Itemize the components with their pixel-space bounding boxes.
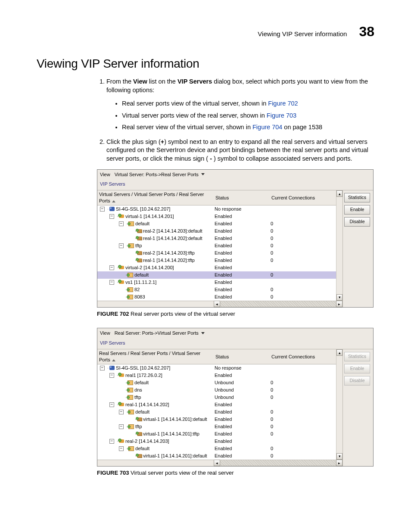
col-status[interactable]: Status	[214, 349, 270, 364]
statistics-button[interactable]: Statistics	[344, 193, 370, 202]
disable-button[interactable]: Disable	[344, 376, 370, 386]
table-row[interactable]: ·real-2 [14.14.14.203]:tftpEnabled0	[97, 249, 336, 257]
collapse-icon[interactable]: −	[109, 280, 114, 285]
col-connections[interactable]: Current Connections	[270, 190, 336, 205]
collapse-icon[interactable]: −	[119, 424, 124, 429]
horizontal-scrollbar[interactable]: ◂ ▸	[97, 460, 342, 466]
collapse-icon[interactable]: −	[100, 207, 105, 212]
table-row[interactable]: ·tftpUnbound0	[97, 394, 336, 401]
scroll-down-icon[interactable]: ▾	[336, 294, 342, 301]
table-row[interactable]: ·real-1 [14.14.14.202]:tftpEnabled0	[97, 257, 336, 264]
bullet-3: Real server view of the virtual server, …	[122, 123, 374, 132]
row-label: real-2 [14.14.14.203]:default	[143, 228, 202, 234]
collapse-icon[interactable]: −	[119, 243, 124, 248]
scroll-left-icon[interactable]: ◂	[214, 460, 220, 466]
table-row[interactable]: −·defaultEnabled0	[97, 408, 336, 416]
table-row[interactable]: −·defaultEnabled0	[97, 220, 336, 227]
link-figure-702[interactable]: Figure 702	[268, 100, 298, 107]
link-figure-704[interactable]: Figure 704	[252, 124, 282, 131]
row-status: Enabled	[214, 271, 270, 279]
scroll-up-icon[interactable]: ▴	[336, 349, 342, 356]
vs-icon	[119, 403, 124, 406]
table-row[interactable]: −·real1 [172.26.0.2]Enabled	[97, 372, 336, 379]
collapse-icon[interactable]: −	[119, 410, 124, 414]
table-row[interactable]: ·defaultUnbound0	[97, 379, 336, 386]
table-row[interactable]: ·virtual-1 [14.14.14.201]:tftpEnabled0	[97, 430, 336, 438]
step-2: Click the plus sign (+) symbol next to a…	[106, 138, 374, 163]
row-label: default	[134, 380, 149, 386]
row-connections	[270, 205, 336, 213]
row-status: No response	[214, 364, 270, 372]
collapse-icon[interactable]: −	[119, 446, 124, 451]
row-connections	[270, 372, 336, 379]
table-row[interactable]: ·8083Enabled0	[97, 293, 336, 301]
collapse-icon[interactable]: −	[119, 221, 124, 226]
horizontal-scrollbar[interactable]: ◂ ▸	[97, 301, 342, 307]
row-status: Enabled	[214, 249, 270, 257]
table-row[interactable]: ·dnsUnbound0	[97, 386, 336, 394]
table-row[interactable]: −·virtual-2 [14.14.14.200]Enabled	[97, 264, 336, 271]
table-row[interactable]: ·virtual-1 [14.14.14.201]:defaultEnabled…	[97, 416, 336, 423]
port-icon	[128, 410, 134, 414]
table-row[interactable]: −·tftpEnabled0	[97, 242, 336, 249]
table-row[interactable]: ·defaultEnabled0	[97, 271, 336, 279]
row-status: Enabled	[214, 220, 270, 227]
view-label: View	[100, 330, 110, 336]
row-status: Unbound	[214, 379, 270, 386]
view-combo-2[interactable]: Real Server: Ports->Virtual Server Ports	[113, 330, 206, 336]
enable-button[interactable]: Enable	[344, 205, 370, 215]
view-combo-1[interactable]: Virtual Server: Ports->Real Server Ports	[113, 171, 206, 178]
col-servers[interactable]: Virtual Servers / Virtual Server Ports /…	[97, 190, 214, 205]
collapse-icon[interactable]: −	[109, 214, 114, 219]
row-status: Enabled	[214, 286, 270, 293]
scroll-right-icon[interactable]: ▸	[336, 460, 342, 466]
enable-button[interactable]: Enable	[344, 364, 370, 373]
collapse-icon[interactable]: −	[109, 265, 114, 270]
collapse-icon[interactable]: −	[100, 366, 105, 370]
row-label: dns	[134, 387, 142, 393]
collapse-icon[interactable]: −	[109, 373, 114, 378]
port-icon	[128, 221, 134, 226]
port-icon	[128, 295, 133, 299]
row-connections	[270, 264, 336, 271]
row-connections: 0	[270, 416, 336, 423]
table-row[interactable]: −·SI-4G-SSL [10.24.62.207]No response	[97, 205, 336, 213]
table-row[interactable]: ·82Enabled0	[97, 286, 336, 293]
row-status: Enabled	[214, 213, 270, 220]
port-icon	[128, 395, 133, 400]
row-connections: 0	[270, 293, 336, 301]
row-label: real-2 [14.14.14.203]	[125, 438, 169, 445]
row-connections: 0	[270, 249, 336, 257]
table-row[interactable]: −·real-2 [14.14.14.203]Enabled	[97, 438, 336, 445]
scroll-right-icon[interactable]: ▸	[336, 301, 342, 307]
table-row[interactable]: ·virtual-1 [14.14.14.201]:defaultEnabled…	[97, 452, 336, 460]
statistics-button[interactable]: Statistics	[344, 352, 370, 361]
table-row[interactable]: −·real-1 [14.14.14.202]Enabled	[97, 401, 336, 408]
row-label: virtual-1 [14.14.14.201]	[125, 213, 174, 220]
table-row[interactable]: −·defaultEnabled0	[97, 445, 336, 452]
table-row[interactable]: ·real-1 [14.14.14.202]:defaultEnabled0	[97, 235, 336, 242]
port-icon	[128, 424, 134, 429]
collapse-icon[interactable]: −	[109, 439, 114, 444]
row-connections	[270, 213, 336, 220]
scroll-down-icon[interactable]: ▾	[336, 453, 342, 460]
disable-button[interactable]: Disable	[344, 217, 370, 227]
col-servers[interactable]: Real Servers / Real Server Ports / Virtu…	[97, 349, 214, 364]
link-figure-703[interactable]: Figure 703	[267, 112, 296, 119]
server-icon	[109, 366, 115, 370]
col-connections[interactable]: Current Connections	[270, 349, 336, 364]
scroll-up-icon[interactable]: ▴	[336, 190, 342, 197]
table-row[interactable]: −·vs1 [11.11.2.1]Enabled	[97, 279, 336, 286]
vertical-scrollbar[interactable]: ▴ ▾	[336, 190, 342, 301]
row-status: Enabled	[214, 408, 270, 416]
vertical-scrollbar[interactable]: ▴ ▾	[336, 349, 342, 460]
table-row[interactable]: −·SI-4G-SSL [10.24.62.207]No response	[97, 364, 336, 372]
table-row[interactable]: −·virtual-1 [14.14.14.201]Enabled	[97, 213, 336, 220]
row-connections: 0	[270, 220, 336, 227]
collapse-icon[interactable]: −	[109, 402, 114, 407]
scroll-left-icon[interactable]: ◂	[214, 301, 220, 307]
row-label: tftp	[135, 423, 142, 430]
table-row[interactable]: −·tftpEnabled0	[97, 423, 336, 430]
table-row[interactable]: ·real-2 [14.14.14.203]:defaultEnabled0	[97, 227, 336, 235]
col-status[interactable]: Status	[214, 190, 270, 205]
